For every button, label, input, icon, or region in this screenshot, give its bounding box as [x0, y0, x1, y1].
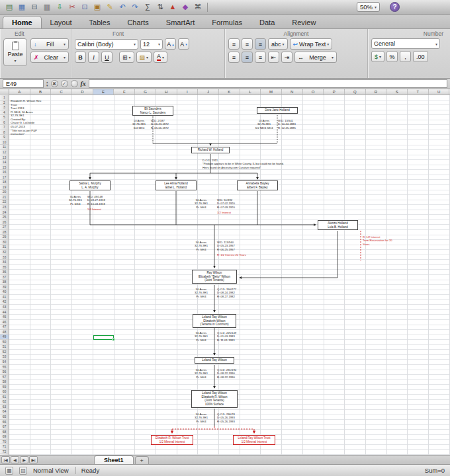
sabra-legal-text[interactable]: 50 Acres 32-7S-9E1 Pt. SE/4 [65, 195, 86, 206]
row-header-59[interactable]: 59 [0, 385, 9, 390]
paste-icon[interactable]: ▣ [92, 2, 103, 13]
wrap-text-button[interactable]: ↩Wrap Text▾ [290, 38, 333, 50]
column-header-R[interactable]: R [366, 89, 387, 95]
row-header-69[interactable]: 69 [0, 434, 9, 440]
row-header-54[interactable]: 54 [0, 360, 9, 365]
autosum-icon[interactable]: ∑ [142, 2, 153, 13]
row-header-4[interactable]: 4 [0, 110, 9, 116]
qcd150-deed-text[interactable]: Q.C.D. 150/277 D: 08-24-1982 R: 08-27-19… [217, 288, 251, 298]
column-header-L[interactable]: L [240, 89, 261, 95]
dod-note[interactable]: D.O.D. 1911 *Probate appears to be in Wh… [202, 159, 343, 169]
currency-button[interactable]: $▾ [371, 51, 384, 62]
box-eli-saunders[interactable]: Eli Saunders Nancy L. Saunders [132, 106, 173, 116]
row-header-15[interactable]: 15 [0, 165, 9, 171]
row-header-28[interactable]: 28 [0, 230, 9, 235]
wd113-interest-note[interactable]: R: 1/2 Interest 20 Years [217, 253, 258, 257]
row-header-56[interactable]: 56 [0, 370, 9, 375]
redo-icon[interactable]: ↷ [130, 2, 140, 13]
qcd236-deed-text[interactable]: Q.C.D. 236/78 D: 05-26-1993 R: 05-26-199… [217, 413, 251, 423]
dora-deed-text[interactable]: W.D. 13/541 D: 10-24-1883 R: 12-25-1885 [278, 119, 310, 130]
borders-button[interactable]: ⊞▾ [119, 52, 134, 63]
row-header-58[interactable]: 58 [0, 379, 9, 385]
row-header-31[interactable]: 31 [0, 245, 9, 250]
format-painter-icon[interactable]: ✎ [105, 2, 115, 13]
row-header-3[interactable]: 3 [0, 105, 9, 110]
row-header-14[interactable]: 14 [0, 160, 9, 165]
row-header-2[interactable]: 2 [0, 100, 9, 106]
wd113-deed-text[interactable]: W.D. 113/560 D: 05-23-1957 R: 06-25-1957 [217, 241, 251, 251]
copy-icon[interactable]: ⊡ [79, 2, 90, 13]
row-header-23[interactable]: 23 [0, 205, 9, 210]
gallery-icon[interactable]: ◆ [180, 2, 191, 13]
first-sheet-button[interactable]: |◀ [1, 456, 10, 463]
row-header-6[interactable]: 6 [0, 120, 9, 126]
row-header-19[interactable]: 19 [0, 185, 9, 190]
last-sheet-button[interactable]: ▶| [29, 456, 38, 463]
qcd236-legal-text[interactable]: 50 Acres 32-7S-9E1 Pt. SE/4 [191, 413, 212, 423]
row-header-72[interactable]: 72 [0, 450, 9, 455]
column-header-G[interactable]: G [135, 89, 156, 95]
column-header-O[interactable]: O [303, 89, 324, 95]
box-sabra-murphy[interactable]: Sabra L. Murphy L. A. Murphy [69, 180, 111, 190]
row-header-44[interactable]: 44 [0, 310, 9, 315]
row-header-13[interactable]: 13 [0, 155, 9, 161]
sheet-tab-sheet1[interactable]: Sheet1 [94, 456, 134, 464]
print-icon[interactable]: ▥ [42, 2, 52, 13]
box-elizabeth-wilson-trust[interactable]: Elizabeth R. Wilson Trust 1/2 Mineral In… [151, 435, 193, 445]
box-leland-elizabeth-wilson[interactable]: Leland Ray Wilson Elizabeth Wilson (Tena… [193, 314, 236, 328]
box-dora-holland[interactable]: Dora Jane Holland [257, 107, 298, 114]
chart-icon[interactable]: ▲ [167, 2, 178, 13]
row-header-26[interactable]: 26 [0, 220, 9, 225]
box-leland-elizabeth-joint[interactable]: Leland Ray Wilson Elizabeth R. Wilson (J… [191, 390, 238, 408]
row-header-47[interactable]: 47 [0, 325, 9, 330]
formula-input[interactable] [89, 79, 447, 88]
box-richard-holland[interactable]: Richard W. Holland [191, 147, 230, 153]
eli-deed-text[interactable]: W.D. 2/187 D: 06-23-1872 R: 05-06-1872 [151, 119, 183, 130]
align-right-button[interactable]: ≡ [255, 52, 266, 63]
enter-button[interactable]: ✓ [61, 80, 68, 87]
cancel-button[interactable]: ✖ [51, 80, 58, 87]
box-leland-ray-wilson[interactable]: Leland Ray Wilson [195, 357, 234, 364]
row-header-51[interactable]: 51 [0, 344, 9, 350]
orientation-button[interactable]: abc▾ [268, 38, 288, 50]
paste-button[interactable]: Paste ▾ [3, 38, 27, 66]
row-header-61[interactable]: 61 [0, 395, 9, 400]
new-workbook-icon[interactable]: ▤ [4, 2, 15, 13]
row-header-36[interactable]: 36 [0, 270, 9, 275]
abstract-info-block[interactable]: Elizabeth R. Wilson Rev. Trust Tract 291… [11, 99, 65, 136]
qcd225-deed-text[interactable]: Q.C.D. 225/149 D: 01-03-1983 R: 11-01-19… [217, 331, 251, 342]
qcd225-legal-text[interactable]: 50 Acres 32-7S-9E1 Pt. SE/4 [191, 331, 212, 342]
qcd231-legal-text[interactable]: 50 Acres 32-7S-9E1 Pt. SE/4 [191, 368, 212, 379]
row-header-68[interactable]: 68 [0, 430, 9, 435]
decrease-indent-button[interactable]: ⇤ [268, 52, 279, 63]
wd113-legal-text[interactable]: 50 Acres 32-7S-9E1 Pt. SE/4 [191, 241, 212, 251]
row-header-20[interactable]: 20 [0, 190, 9, 195]
tab-tables[interactable]: Tables [81, 17, 119, 28]
decimal-button[interactable]: .00 [413, 51, 428, 62]
eli-legal-text[interactable]: 10 Acres 32-7S-9E1 S/4 SE/4 [128, 119, 150, 130]
bold-button[interactable]: B [75, 52, 86, 63]
row-header-52[interactable]: 52 [0, 350, 9, 355]
add-sheet-button[interactable]: + [135, 456, 149, 464]
tab-data[interactable]: Data [251, 17, 283, 28]
help-button[interactable]: ? [390, 2, 400, 12]
column-header-J[interactable]: J [198, 89, 219, 95]
lee-legal-text[interactable]: 50 Acres 32-7S-9E1 Pt. SE/4 [191, 198, 212, 209]
row-header-46[interactable]: 46 [0, 320, 9, 325]
column-header-M[interactable]: M [261, 89, 282, 95]
row-header-45[interactable]: 45 [0, 315, 9, 320]
row-header-18[interactable]: 18 [0, 180, 9, 185]
merge-button[interactable]: ↔Merge▾ [294, 52, 337, 63]
name-box[interactable]: E49 [3, 79, 44, 88]
clear-button[interactable]: ✗ Clear ▾ [30, 52, 69, 63]
column-header-P[interactable]: P [324, 89, 345, 95]
fill-button[interactable]: ↓ Fill ▾ [30, 38, 69, 50]
align-top-button[interactable]: ≡ [228, 38, 240, 50]
row-header-5[interactable]: 5 [0, 115, 9, 120]
column-header-B[interactable]: B [30, 89, 52, 95]
dora-legal-text[interactable]: 10 Acres 32-7S-9E1 S/2 NE/4 SE/4 [251, 119, 277, 130]
row-header-64[interactable]: 64 [0, 409, 9, 415]
sabra-deed-text[interactable]: W.D. 49/148 D: 09-27-1918 R: 10-03-1918 [87, 195, 119, 206]
row-header-10[interactable]: 10 [0, 140, 9, 145]
import-icon[interactable]: ⇩ [54, 2, 65, 13]
